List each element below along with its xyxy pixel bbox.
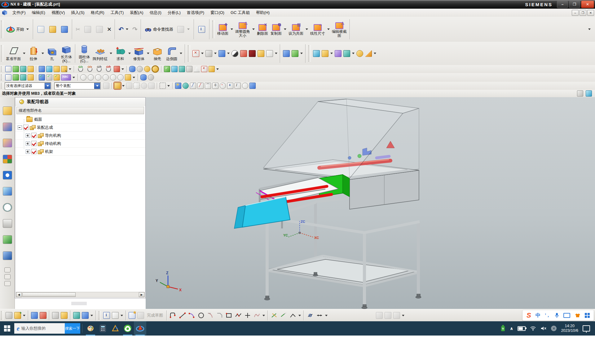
rectangle-tool-icon[interactable] [225,311,233,320]
sketchbar-dd3-icon[interactable] [121,315,123,316]
web-browser-tab-icon[interactable] [3,187,12,196]
component-checkbox[interactable] [31,133,37,138]
taskbar-calculator-app[interactable] [97,321,109,336]
make-coplanar-button[interactable]: ▤ 设为共面 [287,22,305,37]
selection-filter-dropdown-icon[interactable] [45,83,51,89]
volume-muted-icon[interactable] [540,326,547,331]
machining-tool2-icon[interactable] [385,312,391,319]
make-coplanar-dropdown-icon[interactable] [306,28,308,30]
selection-scope-combo[interactable]: 整个装配 [54,82,101,89]
menu-edit[interactable]: 编辑(E) [29,9,48,16]
snap-slash-icon[interactable]: / [235,83,241,89]
exploded-view-icon[interactable] [73,312,80,319]
resource-bar-option2-icon[interactable] [4,274,11,279]
datum-plane-button[interactable]: 基准平面 [5,45,22,62]
tag-icon[interactable] [322,50,328,57]
abc-annotation-button[interactable]: ABC [61,74,71,80]
paste-button[interactable] [94,25,105,34]
find-component-icon[interactable] [6,312,12,319]
fillet-tool-icon[interactable] [206,311,215,320]
view-dd8-icon[interactable] [374,53,376,54]
ime-language-toggle[interactable]: 中 [536,312,540,319]
menu-window[interactable]: 窗口(O) [207,9,227,16]
wifi-icon[interactable] [530,326,536,331]
menu-preferences[interactable]: 首选项(P) [184,9,207,16]
extrude-dropdown-icon[interactable] [42,53,44,54]
menu-format[interactable]: 格式(R) [88,9,108,16]
protractor-icon[interactable] [365,50,372,57]
taskbar-paint-app[interactable] [84,321,97,336]
view-dd2-icon[interactable] [214,53,217,54]
layer-category-icon[interactable] [20,66,26,72]
toolbar-grip[interactable] [1,83,3,89]
immediate-hide-icon[interactable] [54,66,60,72]
save-button[interactable] [59,25,70,34]
sketch-info-icon[interactable]: i [103,312,110,319]
point-tool-icon[interactable] [243,311,252,320]
polyline-tool-icon[interactable] [234,311,243,320]
toolbar-options-dropdown-icon[interactable] [588,28,591,30]
line-tool-icon[interactable] [178,311,187,320]
toolbar-grip[interactable] [1,45,3,62]
view-dd3-icon[interactable] [227,53,230,54]
assistant-button[interactable] [175,25,192,34]
navigator-column-header[interactable]: 描述性部件名 [16,107,144,114]
weld-finish-icon[interactable] [125,74,131,80]
weld-oh-button[interactable]: O/h [104,66,112,72]
resize-blend-dropdown-icon[interactable] [252,28,255,30]
clip-icon[interactable] [148,74,154,80]
pattern-feature-button[interactable]: 阵列特征 [91,45,109,62]
studio-cube-icon[interactable] [258,50,264,57]
weld-point2-icon[interactable] [88,74,94,80]
add-component-icon[interactable]: + [14,312,21,319]
window-minimize-button[interactable]: – [557,1,568,8]
toolbar-grip[interactable] [212,20,215,38]
history-tab-icon[interactable] [3,203,12,212]
utility-dd5-icon[interactable] [133,77,135,78]
machining-tool3-icon[interactable] [393,312,400,319]
menu-help[interactable]: 帮助(H) [253,9,273,16]
resource-bar-option3-icon[interactable] [4,281,11,286]
ime-keyboard-icon[interactable] [563,313,570,318]
extend-tool-icon[interactable] [279,311,288,320]
mirror-assembly-icon[interactable] [52,312,59,319]
linear-dimension-button[interactable]: ↔ 线性尺寸 [309,22,326,37]
battery-icon[interactable] [518,326,526,331]
snap-target-icon[interactable] [141,83,147,89]
datum-grid-icon[interactable] [5,66,11,72]
unite-dropdown-icon[interactable] [128,53,131,54]
block-button[interactable]: 长方体 (K)... [59,43,73,64]
machining-tool1-icon[interactable] [376,312,383,319]
child-close-button[interactable]: ✕ [587,10,594,16]
weld-point6-icon[interactable] [117,74,124,80]
assembly-cube-icon[interactable] [249,50,256,57]
selection-filter-combo[interactable]: 没有选择过滤器 [5,82,51,89]
hole-button[interactable]: 孔 [45,45,59,62]
menu-file[interactable]: 文件(F) [9,9,29,16]
collapse-expander[interactable] [18,125,22,130]
database-icon[interactable] [129,66,135,72]
toolbar-grip[interactable] [1,66,3,72]
layers-stack-icon[interactable] [313,50,320,57]
snap-plus-icon[interactable]: + [227,83,233,89]
weld-os-button[interactable]: O/s [86,66,94,72]
taskbar-clock[interactable]: 14:20 2023/10/6 [561,324,578,333]
sketch-cube-icon[interactable] [112,312,119,319]
snap-center-icon[interactable]: • [220,83,226,89]
requirement-check-icon[interactable]: ✓ [54,74,60,80]
grid-error-icon[interactable]: ✕ [201,66,207,72]
background-icon[interactable] [266,50,273,57]
weld-gh-button[interactable]: G/h [95,66,103,72]
snap-point-toggle-icon[interactable] [114,83,121,89]
object-display-icon[interactable] [39,66,45,72]
profile-tool-icon[interactable] [169,311,178,320]
magnifier-icon[interactable] [335,50,342,57]
child-restore-button[interactable]: ❐ [580,10,586,16]
taskbar-browser-app[interactable] [121,321,134,336]
layer-list-icon[interactable] [20,74,26,80]
machining-dropdown-icon[interactable] [402,315,404,316]
trim-dropdown-icon[interactable] [298,315,301,316]
examine-geometry-icon[interactable]: ✓ [39,74,45,80]
menu-information[interactable]: 信息(I) [147,9,165,16]
sogou-logo-icon[interactable]: S [527,311,531,319]
